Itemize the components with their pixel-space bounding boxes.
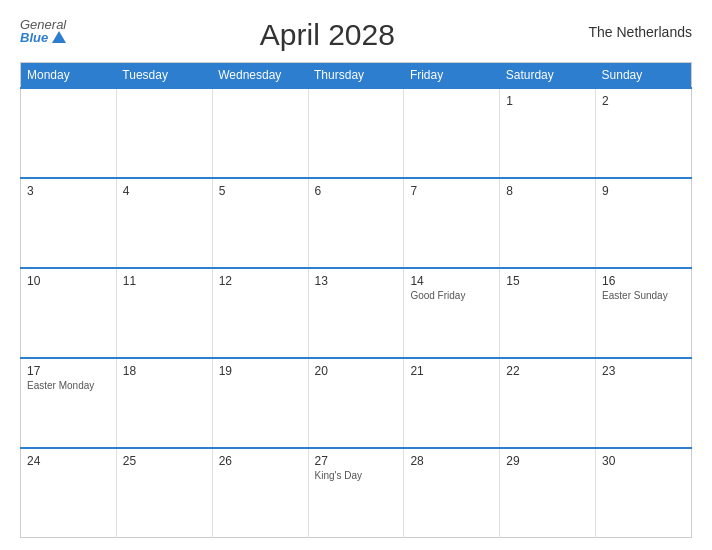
day-number: 3: [27, 184, 110, 198]
day-cell: 4: [116, 178, 212, 268]
header: General Blue April 2028 The Netherlands: [20, 18, 692, 52]
day-number: 30: [602, 454, 685, 468]
week-row-4: 17Easter Monday181920212223: [21, 358, 692, 448]
day-number: 26: [219, 454, 302, 468]
col-tuesday: Tuesday: [116, 63, 212, 89]
day-cell: [21, 88, 117, 178]
day-cell: 7: [404, 178, 500, 268]
day-number: 2: [602, 94, 685, 108]
col-sunday: Sunday: [596, 63, 692, 89]
day-cell: 8: [500, 178, 596, 268]
day-cell: 12: [212, 268, 308, 358]
day-number: 6: [315, 184, 398, 198]
day-cell: 13: [308, 268, 404, 358]
day-cell: 1: [500, 88, 596, 178]
day-cell: [212, 88, 308, 178]
logo: General Blue: [20, 18, 66, 44]
day-number: 13: [315, 274, 398, 288]
holiday-label: Easter Monday: [27, 380, 110, 391]
calendar-page: General Blue April 2028 The Netherlands …: [0, 0, 712, 550]
day-cell: 21: [404, 358, 500, 448]
calendar-table: Monday Tuesday Wednesday Thursday Friday…: [20, 62, 692, 538]
holiday-label: Easter Sunday: [602, 290, 685, 301]
day-number: 1: [506, 94, 589, 108]
day-cell: 27King's Day: [308, 448, 404, 538]
day-cell: 3: [21, 178, 117, 268]
day-number: 22: [506, 364, 589, 378]
day-number: 20: [315, 364, 398, 378]
day-cell: 16Easter Sunday: [596, 268, 692, 358]
col-wednesday: Wednesday: [212, 63, 308, 89]
day-cell: 2: [596, 88, 692, 178]
day-number: 21: [410, 364, 493, 378]
day-number: 9: [602, 184, 685, 198]
day-cell: 29: [500, 448, 596, 538]
day-cell: 25: [116, 448, 212, 538]
day-number: 7: [410, 184, 493, 198]
day-number: 10: [27, 274, 110, 288]
day-cell: 19: [212, 358, 308, 448]
day-number: 18: [123, 364, 206, 378]
weekday-header-row: Monday Tuesday Wednesday Thursday Friday…: [21, 63, 692, 89]
day-number: 17: [27, 364, 110, 378]
day-cell: 30: [596, 448, 692, 538]
day-number: 5: [219, 184, 302, 198]
col-friday: Friday: [404, 63, 500, 89]
day-number: 15: [506, 274, 589, 288]
day-number: 14: [410, 274, 493, 288]
col-monday: Monday: [21, 63, 117, 89]
col-thursday: Thursday: [308, 63, 404, 89]
logo-blue-text: Blue: [20, 31, 66, 44]
country-label: The Netherlands: [588, 18, 692, 40]
day-number: 19: [219, 364, 302, 378]
day-number: 16: [602, 274, 685, 288]
day-cell: [308, 88, 404, 178]
day-cell: 15: [500, 268, 596, 358]
day-cell: 6: [308, 178, 404, 268]
day-cell: 23: [596, 358, 692, 448]
day-cell: 17Easter Monday: [21, 358, 117, 448]
day-cell: 28: [404, 448, 500, 538]
week-row-5: 24252627King's Day282930: [21, 448, 692, 538]
day-number: 23: [602, 364, 685, 378]
day-cell: 20: [308, 358, 404, 448]
day-cell: 22: [500, 358, 596, 448]
day-cell: 10: [21, 268, 117, 358]
day-number: 27: [315, 454, 398, 468]
day-cell: [116, 88, 212, 178]
holiday-label: Good Friday: [410, 290, 493, 301]
day-cell: [404, 88, 500, 178]
day-number: 28: [410, 454, 493, 468]
day-cell: 11: [116, 268, 212, 358]
day-number: 4: [123, 184, 206, 198]
week-row-2: 3456789: [21, 178, 692, 268]
day-cell: 18: [116, 358, 212, 448]
logo-triangle-icon: [52, 31, 66, 43]
holiday-label: King's Day: [315, 470, 398, 481]
col-saturday: Saturday: [500, 63, 596, 89]
day-number: 12: [219, 274, 302, 288]
day-number: 8: [506, 184, 589, 198]
week-row-3: 1011121314Good Friday1516Easter Sunday: [21, 268, 692, 358]
day-cell: 26: [212, 448, 308, 538]
day-number: 24: [27, 454, 110, 468]
day-cell: 14Good Friday: [404, 268, 500, 358]
day-cell: 24: [21, 448, 117, 538]
week-row-1: 12: [21, 88, 692, 178]
calendar-title: April 2028: [260, 18, 395, 52]
day-cell: 5: [212, 178, 308, 268]
day-number: 29: [506, 454, 589, 468]
day-number: 25: [123, 454, 206, 468]
day-number: 11: [123, 274, 206, 288]
day-cell: 9: [596, 178, 692, 268]
